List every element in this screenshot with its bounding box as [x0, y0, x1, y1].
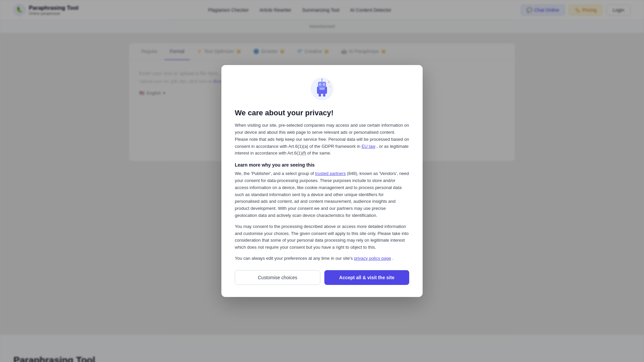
- modal-body4-end: .: [392, 256, 394, 261]
- modal-body-4: You can always edit your preferences at …: [235, 255, 409, 262]
- modal-buttons: Customise choices Accept all & visit the…: [235, 270, 409, 285]
- robot-illustration: ? ?: [235, 77, 409, 102]
- privacy-policy-link[interactable]: privacy policy page: [354, 256, 391, 261]
- modal-body2-pre: We, the 'Publisher', and a select group …: [235, 171, 314, 176]
- modal-body3-text: You may consent to the processing descri…: [235, 224, 409, 250]
- modal-body-1: When visiting our site, pre-selected com…: [235, 122, 409, 157]
- svg-rect-12: [319, 94, 321, 97]
- customise-choices-button[interactable]: Customise choices: [235, 270, 320, 285]
- modal-body-2: We, the 'Publisher', and a select group …: [235, 170, 409, 219]
- trusted-partners-link[interactable]: trusted partners: [315, 171, 346, 176]
- modal-body2-mid: (848), known as 'Vendors', need your con…: [235, 171, 409, 218]
- modal-title: We care about your privacy!: [235, 109, 409, 117]
- eu-law-link[interactable]: EU law: [362, 144, 375, 149]
- svg-rect-13: [323, 94, 325, 97]
- learn-more-heading: Learn more why you are seeing this: [235, 162, 409, 168]
- accept-all-button[interactable]: Accept all & visit the site: [324, 270, 409, 285]
- svg-text:?: ?: [329, 85, 331, 88]
- svg-point-10: [321, 79, 323, 80]
- modal-body4-pre: You can always edit your preferences at …: [235, 256, 353, 261]
- svg-point-8: [324, 84, 325, 85]
- svg-text:?: ?: [328, 81, 330, 84]
- privacy-overlay: ? ? We care about your privacy! When vis…: [0, 0, 644, 362]
- robot-icon: ? ?: [310, 77, 334, 101]
- svg-rect-11: [319, 88, 325, 90]
- svg-point-7: [320, 84, 321, 85]
- privacy-modal: ? ? We care about your privacy! When vis…: [221, 65, 423, 297]
- modal-body-3: You may consent to the processing descri…: [235, 223, 409, 251]
